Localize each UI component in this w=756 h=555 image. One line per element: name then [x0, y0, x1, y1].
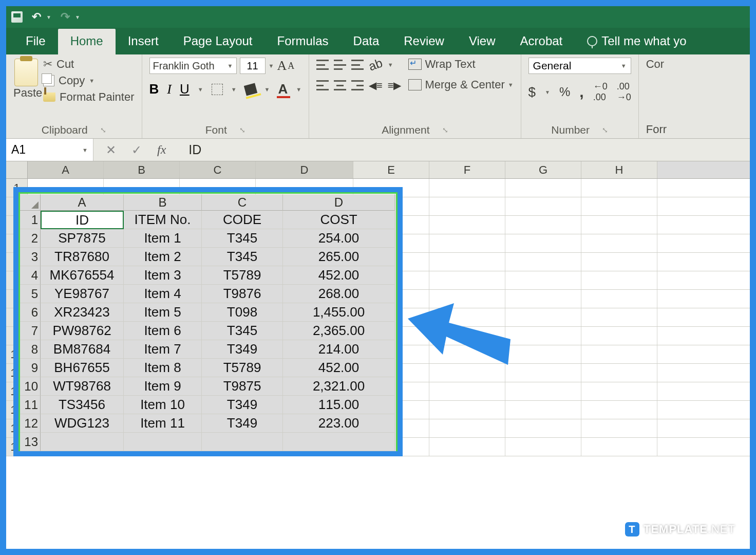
number-format-select[interactable]: General▼	[528, 58, 631, 74]
cell-cost[interactable]: 223.00	[283, 414, 395, 433]
cell-id[interactable]: MK676554	[41, 266, 124, 285]
row-header[interactable]: 3	[20, 248, 41, 266]
cell-id[interactable]: WDG123	[41, 414, 124, 433]
cell[interactable]	[505, 234, 581, 252]
align-bottom-icon[interactable]	[351, 60, 364, 70]
cell-code[interactable]: T345	[202, 322, 283, 340]
cell[interactable]	[581, 382, 657, 400]
cell[interactable]	[505, 345, 581, 363]
cell[interactable]	[429, 216, 505, 234]
cell[interactable]	[505, 271, 581, 289]
col-header[interactable]: G	[505, 161, 581, 178]
cell[interactable]	[581, 438, 657, 456]
col-header[interactable]: C	[202, 194, 283, 211]
wrap-text-button[interactable]: Wrap Text	[408, 58, 513, 71]
cell-cost[interactable]: 265.00	[283, 248, 395, 266]
cell-id[interactable]: PW98762	[41, 322, 124, 340]
cell[interactable]	[581, 179, 657, 197]
fill-color-icon[interactable]	[243, 83, 257, 96]
cell[interactable]	[505, 419, 581, 437]
cell[interactable]	[581, 253, 657, 271]
copy-button[interactable]: Copy▼	[43, 74, 135, 87]
col-header[interactable]: A	[28, 161, 104, 178]
increase-font-icon[interactable]: A	[277, 58, 287, 73]
cell[interactable]	[581, 271, 657, 289]
row-header[interactable]: 12	[20, 414, 41, 433]
row-header[interactable]: 1	[20, 211, 41, 229]
cell[interactable]	[124, 433, 202, 451]
alignment-launcher-icon[interactable]: ⤡	[442, 126, 448, 134]
row-header[interactable]: 10	[20, 377, 41, 396]
cell[interactable]	[429, 401, 505, 419]
cell[interactable]	[429, 419, 505, 437]
cell-item[interactable]: Item 2	[124, 248, 202, 266]
col-header[interactable]: H	[581, 161, 657, 178]
decrease-indent-icon[interactable]: ◀≡	[369, 79, 383, 91]
cell-header-cost[interactable]: COST	[283, 211, 395, 229]
decrease-font-icon[interactable]: A	[288, 61, 294, 71]
cell-code[interactable]: T9876	[202, 285, 283, 303]
cell[interactable]	[581, 327, 657, 345]
align-left-icon[interactable]	[316, 80, 329, 90]
cell-item[interactable]: Item 1	[124, 229, 202, 248]
cell-cost[interactable]: 214.00	[283, 340, 395, 359]
cell-id[interactable]: TS3456	[41, 396, 124, 414]
name-box[interactable]: A1▼	[6, 139, 93, 161]
cell-code[interactable]: T345	[202, 248, 283, 266]
col-header[interactable]: B	[104, 161, 180, 178]
select-all-corner[interactable]	[6, 161, 28, 178]
cell[interactable]	[283, 433, 395, 451]
align-right-icon[interactable]	[351, 80, 364, 90]
currency-button[interactable]: $	[528, 84, 536, 100]
undo-icon[interactable]: ↶	[32, 10, 41, 24]
number-launcher-icon[interactable]: ⤡	[602, 126, 608, 134]
cell-id[interactable]: TR87680	[41, 248, 124, 266]
cell[interactable]	[581, 234, 657, 252]
cell[interactable]	[505, 438, 581, 456]
cell-item[interactable]: Item 4	[124, 285, 202, 303]
tab-review[interactable]: Review	[391, 29, 457, 54]
cell[interactable]	[429, 234, 505, 252]
cell[interactable]	[429, 438, 505, 456]
cell[interactable]	[505, 401, 581, 419]
font-color-icon[interactable]: A	[278, 81, 288, 97]
comma-button[interactable]: ,	[579, 83, 583, 101]
tab-file[interactable]: File	[13, 29, 58, 54]
col-header[interactable]: C	[180, 161, 256, 178]
cell[interactable]	[505, 197, 581, 215]
row-header[interactable]: 2	[20, 229, 41, 248]
tell-me-search[interactable]: Tell me what yo	[575, 29, 698, 54]
orientation-icon[interactable]: ab	[367, 55, 385, 73]
cell-item[interactable]: Item 9	[124, 377, 202, 396]
cell-id[interactable]: SP7875	[41, 229, 124, 248]
tab-formulas[interactable]: Formulas	[265, 29, 341, 54]
conditional-formatting-partial[interactable]: Cor	[646, 58, 667, 71]
cell[interactable]	[505, 290, 581, 308]
bold-button[interactable]: B	[149, 81, 159, 97]
cell[interactable]	[505, 308, 581, 326]
tab-page-layout[interactable]: Page Layout	[171, 29, 265, 54]
cell-id[interactable]: BH67655	[41, 359, 124, 377]
cell-id[interactable]: WT98768	[41, 377, 124, 396]
cell-item[interactable]: Item 7	[124, 340, 202, 359]
save-icon[interactable]	[11, 11, 23, 23]
redo-dropdown-icon[interactable]: ▼	[75, 14, 80, 20]
cell-cost[interactable]: 2,365.00	[283, 322, 395, 340]
cell[interactable]	[505, 382, 581, 400]
cell[interactable]	[581, 364, 657, 382]
align-middle-icon[interactable]	[334, 60, 346, 70]
col-header[interactable]: B	[124, 194, 202, 211]
tab-data[interactable]: Data	[341, 29, 392, 54]
cell-id[interactable]: BM87684	[41, 340, 124, 359]
tab-insert[interactable]: Insert	[116, 29, 171, 54]
table-select-all[interactable]	[20, 194, 41, 211]
cell-cost[interactable]: 254.00	[283, 229, 395, 248]
col-header[interactable]: E	[353, 161, 429, 178]
cell-item[interactable]: Item 10	[124, 396, 202, 414]
cell[interactable]	[581, 290, 657, 308]
font-name-select[interactable]: Franklin Goth▼	[149, 58, 237, 74]
row-header[interactable]: 11	[20, 396, 41, 414]
cell-header-code[interactable]: CODE	[202, 211, 283, 229]
row-header[interactable]: 8	[20, 340, 41, 359]
increase-decimal-icon[interactable]: ←0.00	[593, 81, 608, 103]
